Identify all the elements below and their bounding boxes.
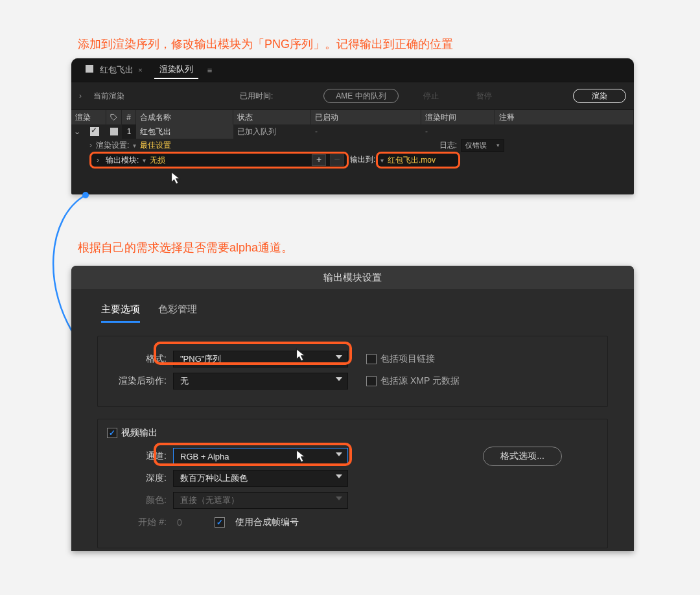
video-output-checkbox[interactable]: ✓ [107,428,117,438]
instruction-caption-1: 添加到渲染序列，修改输出模块为「PNG序列」。记得输出到正确的位置 [78,36,453,52]
queue-item-row[interactable]: ⌄ 1 红包飞出 已加入队列 - - [71,124,634,139]
chevron-right-icon[interactable]: › [94,156,102,165]
tab-composition-label: 红包飞出 [100,65,134,75]
tab-main-options[interactable]: 主要选项 [101,303,140,323]
queue-header-row: 渲染 # 合成名称 状态 已启动 渲染时间 注释 [71,110,634,124]
current-render-label: 当前渲染 [93,91,124,102]
render-button[interactable]: 渲染 [573,89,626,103]
item-rtime: - [421,124,495,139]
instruction-caption-2: 根据自己的需求选择是否需要alpha通道。 [78,240,293,255]
render-settings-label: 渲染设置: [96,140,129,151]
render-settings-link[interactable]: 最佳设置 [140,140,171,151]
item-number: 1 [122,124,136,139]
label-color-icon[interactable] [106,124,122,139]
format-label: 格式: [111,353,167,365]
checkbox-icon[interactable] [366,354,377,364]
add-output-button[interactable]: + [312,154,326,166]
output-to-link[interactable]: 红包飞出.mov [388,155,436,166]
post-render-select[interactable]: 无 [173,373,348,390]
color-label: 颜色: [111,495,167,506]
remove-output-button: − [330,154,344,166]
output-to-label: 输出到: [350,154,375,165]
item-start: - [311,124,421,139]
format-group: 格式: "PNG"序列 包括项目链接 渲染后动作: 无 包括源 [97,336,608,407]
chevron-right-icon[interactable]: › [89,141,92,150]
output-module-link[interactable]: 无损 [150,155,165,166]
col-tag [106,110,122,124]
include-xmp-option[interactable]: 包括源 XMP 元数据 [366,375,460,387]
channel-select-value: RGB + Alpha [180,452,229,461]
comp-icon [86,65,93,73]
panel-menu-icon[interactable]: ≡ [207,65,213,75]
use-comp-frame-checkbox[interactable]: ✓ [215,517,225,528]
post-render-value: 无 [180,375,189,387]
chevron-down-icon: ▾ [496,142,500,148]
depth-label: 深度: [111,472,167,484]
log-label: 日志: [439,140,457,151]
expand-arrow-icon[interactable]: ⌄ [71,124,83,139]
chevron-down-icon [336,496,342,500]
ame-queue-button[interactable]: AME 中的队列 [323,89,398,103]
chevron-down-icon[interactable]: ▾ [380,157,384,164]
col-status: 状态 [233,110,311,124]
video-output-label: 视频输出 [121,427,158,439]
item-note [495,124,634,139]
log-select-value: 仅错误 [465,141,487,149]
stop-button: 停止 [423,91,439,102]
chevron-down-icon[interactable]: ▾ [143,157,146,164]
tab-render-queue[interactable]: 渲染队列 [154,61,198,79]
item-status: 已加入队列 [233,124,311,139]
channel-label: 通道: [111,450,167,462]
log-select[interactable]: 仅错误 ▾ [461,139,504,152]
col-rtime: 渲染时间 [421,110,495,124]
col-comp: 合成名称 [136,110,233,124]
output-module-highlight: › 输出模块: ▾ 无损 + − [89,152,349,169]
chevron-right-icon[interactable]: › [79,91,82,100]
format-select-value: "PNG"序列 [180,353,221,365]
cursor-icon [167,170,184,187]
use-comp-frame-label: 使用合成帧编号 [235,517,299,528]
video-output-group: ✓ 视频输出 通道: RGB + Alpha 深度: 数百万种以上颜色 颜色: [97,419,608,548]
chevron-down-icon [336,377,342,381]
start-number-label: 开始 #: [111,517,167,528]
channel-select[interactable]: RGB + Alpha [173,448,348,465]
chevron-down-icon [336,452,342,456]
depth-select-value: 数百万种以上颜色 [180,472,248,484]
dialog-title: 输出模块设置 [71,266,634,289]
render-queue-panel: 红包飞出 × 渲染队列 ≡ › 当前渲染 已用时间: AME 中的队列 停止 暂… [71,58,634,194]
render-settings-row: › 渲染设置: ▾ 最佳设置 日志: 仅错误 ▾ [71,139,634,152]
close-icon[interactable]: × [138,66,142,74]
output-module-label: 输出模块: [106,155,139,166]
include-project-link-label: 包括项目链接 [380,353,435,365]
chevron-down-icon [336,474,342,478]
render-toolbar: › 当前渲染 已用时间: AME 中的队列 停止 暂停 渲染 [71,82,634,110]
col-render: 渲染 [71,110,106,124]
elapsed-time-label: 已用时间: [240,91,273,102]
panel-tabs: 红包飞出 × 渲染队列 ≡ [71,58,634,82]
col-note: 注释 [495,110,634,124]
item-comp-name: 红包飞出 [136,124,233,139]
color-select: 直接（无遮罩） [173,492,348,509]
depth-select[interactable]: 数百万种以上颜色 [173,470,348,487]
format-select[interactable]: "PNG"序列 [173,351,348,368]
tab-composition[interactable]: 红包飞出 × [80,62,148,78]
include-project-link-option[interactable]: 包括项目链接 [366,353,435,365]
output-module-settings-panel: 输出模块设置 主要选项 色彩管理 格式: "PNG"序列 包括项目链接 渲染后动… [71,266,634,551]
output-module-row: › 输出模块: ▾ 无损 + − 输出到: ▾ 红包飞出.mov [71,152,634,171]
tab-color-management[interactable]: 色彩管理 [158,303,197,323]
color-select-value: 直接（无遮罩） [180,495,239,506]
start-number-value: 0 [177,517,182,528]
col-start: 已启动 [311,110,421,124]
output-to-highlight: ▾ 红包飞出.mov [376,152,460,169]
checkbox-icon[interactable] [366,376,377,386]
format-options-button[interactable]: 格式选项... [483,447,562,466]
tab-render-queue-label: 渲染队列 [159,64,193,74]
post-render-label: 渲染后动作: [111,375,167,387]
col-number: # [122,110,136,124]
dialog-tabs: 主要选项 色彩管理 [71,289,634,323]
render-checkbox[interactable] [83,124,106,139]
include-xmp-label: 包括源 XMP 元数据 [380,375,460,387]
chevron-down-icon [336,355,342,359]
chevron-down-icon[interactable]: ▾ [133,142,136,149]
pause-button: 暂停 [476,91,492,102]
